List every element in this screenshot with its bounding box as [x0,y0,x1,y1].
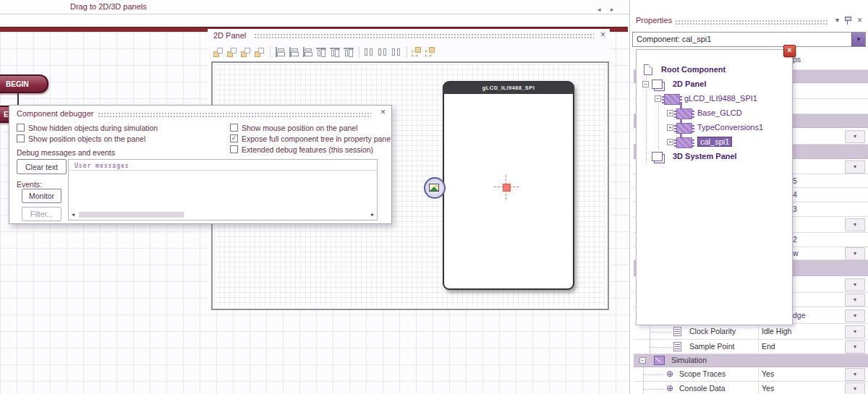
value-dropdown-button[interactable]: ▾ [845,294,865,307]
align-left-icon[interactable] [273,46,286,59]
icon-shape [365,48,367,56]
align-bottom-icon[interactable] [342,46,355,59]
icon-shape [276,47,277,57]
value-dropdown-button[interactable]: ▾ [845,368,865,381]
scrollbar-thumb[interactable] [79,212,184,218]
checkbox-row[interactable]: Show hidden objects during simulation [17,122,158,133]
tree-item-cal-spi1[interactable]: +cal_spi1 [637,135,792,150]
chip-icon [676,137,692,148]
value-dropdown-button[interactable]: ▾ [845,341,865,354]
properties-close-icon[interactable]: × [857,16,862,25]
checkbox-left-1[interactable] [17,134,25,142]
tree-expander-icon[interactable]: − [655,95,661,102]
checkbox-right-0[interactable] [230,124,238,132]
value-dropdown-button[interactable]: ▾ [845,325,865,338]
distribute-horizontal-icon[interactable] [362,46,375,59]
monitor-button[interactable]: Monitor [22,189,61,203]
component-selector-dropdown-icon[interactable]: ▾ [851,33,865,46]
chip-icon [676,123,692,134]
chip-icon [664,94,680,105]
tree-expander-icon[interactable]: + [667,139,673,145]
tree-item-typeconversions1[interactable]: +TypeConversions1 [637,121,792,135]
checkbox-right-1[interactable]: ✓ [230,134,238,142]
tree-expander-icon[interactable]: + [667,110,673,116]
tree-item-base-glcd[interactable]: +Base_GLCD [637,106,792,121]
value-dropdown-button[interactable]: ▾ [845,247,865,260]
messages-horizontal-scrollbar[interactable]: ◂ ▸ [69,210,376,219]
scroll-right-icon[interactable]: ▸ [369,211,376,218]
align-middle-icon[interactable] [328,46,341,59]
clipped-value-text: 4 [793,190,797,199]
image-component-icon[interactable] [424,177,446,199]
ungroup-icon[interactable] [424,46,437,59]
panel-nav-left-icon[interactable]: ◂ [597,6,601,13]
send-to-back-icon[interactable] [226,46,239,59]
checkbox-row[interactable]: Show position objects on the panel [17,133,158,144]
column-separator [758,367,759,381]
property-row-console-data[interactable]: ⊕Console DataYes▾ [634,382,868,394]
component-selector[interactable]: Component: cal_spi1 ▾ [632,32,866,47]
panel-nav-right-icon[interactable]: ▸ [610,6,614,13]
icon-shape [292,48,298,51]
icon-shape [378,48,381,56]
2d-panel-drag-handle[interactable] [254,33,594,39]
tree-item-glcd-ili9488-spi1[interactable]: −gLCD_ILI9488_SPI1 [637,92,792,106]
checkbox-label: Show mouse position on the panel [242,124,358,132]
value-dropdown-button[interactable]: ▾ [845,130,865,143]
scroll-left-icon[interactable]: ◂ [69,211,77,218]
distribute-vertical-icon[interactable] [376,46,389,59]
checkbox-right-2[interactable] [230,145,238,153]
checkbox-row[interactable]: Extended debug features (this session) [230,144,391,155]
filter-button[interactable]: Filter... [22,207,61,221]
icon-shape [278,48,284,51]
bring-forward-icon[interactable] [239,46,252,59]
property-row-scope-traces[interactable]: ⊕Scope TracesYes▾ [634,367,868,382]
tree-guide-stub [643,389,663,390]
align-center-icon[interactable] [287,46,300,59]
tree-expander-icon[interactable]: + [667,124,673,131]
column-separator [758,340,759,354]
scope-icon: ⊕ [666,384,673,393]
value-dropdown-button[interactable]: ▾ [845,382,865,394]
popup-close-icon[interactable]: × [783,45,796,57]
clipped-value-text: dge [793,311,806,320]
property-row-sample-point[interactable]: Sample PointEnd▾ [634,340,868,354]
debug-messages-box: User messages ◂ ▸ [68,159,378,220]
tree-expander-icon[interactable]: − [642,81,649,87]
flowchart-begin-node[interactable]: BEGIN [0,74,48,93]
space-evenly-icon[interactable] [390,46,403,59]
bring-to-front-icon[interactable] [212,46,225,59]
tree-item-3d-system-panel[interactable]: 3D System Panel [637,150,792,164]
property-label: Console Data [679,384,726,393]
value-dropdown-button[interactable]: ▾ [845,309,865,322]
checkbox-row[interactable]: Show mouse position on the panel [230,122,391,133]
debugger-drag-handle[interactable] [98,112,371,118]
glcd-component-title: gLCD_ILI9488_SPI [443,82,574,94]
value-dropdown-button[interactable]: ▾ [845,218,865,231]
tree-item-2d-panel[interactable]: −2D Panel [637,77,792,92]
property-list-icon [673,327,681,336]
column-separator [758,382,759,394]
send-backward-icon[interactable] [253,46,266,59]
tree-item-root-component[interactable]: Root Component [637,63,792,77]
properties-drag-handle[interactable] [675,20,827,25]
2d-panel-titlebar[interactable]: 2D Panel × [208,29,610,42]
properties-menu-icon[interactable]: ▾ [835,16,839,25]
checkbox-left-0[interactable] [17,124,25,132]
2d-panel-close-icon[interactable]: × [600,30,605,39]
debugger-close-icon[interactable]: × [380,108,386,116]
property-value: Yes [762,384,774,393]
value-dropdown-button[interactable]: ▾ [845,278,865,291]
pin-icon[interactable] [845,17,851,25]
clear-text-button[interactable]: Clear text [17,159,67,174]
2d-panel-toolbar [208,43,610,61]
tree-guide-stub [650,347,671,348]
group-icon[interactable] [410,46,423,59]
value-dropdown-button[interactable]: ▾ [845,160,865,174]
property-row-clock-polarity[interactable]: Clock PolarityIdle High▾ [634,324,868,340]
icon-shape [429,47,435,53]
align-top-icon[interactable] [315,46,328,59]
checkbox-row[interactable]: ✓Expose full component tree in property … [230,133,391,144]
icon-shape [392,48,395,56]
align-right-icon[interactable] [301,46,314,59]
